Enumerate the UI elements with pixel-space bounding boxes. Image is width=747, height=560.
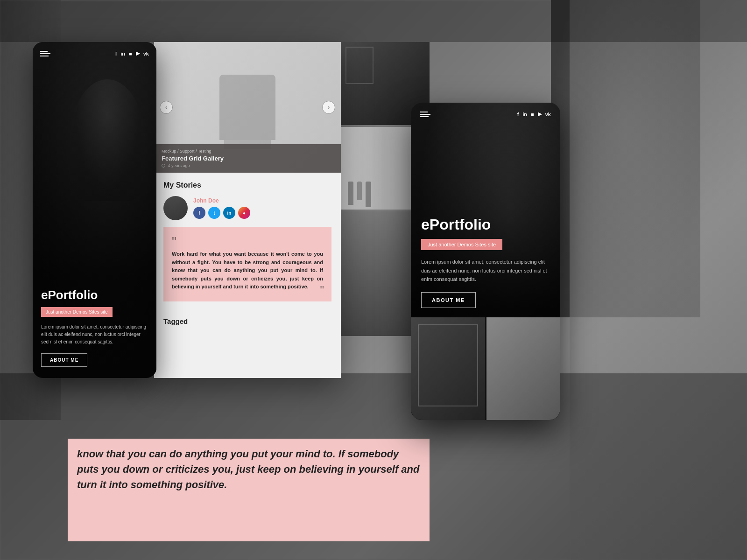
gallery-cell-1 <box>411 317 485 420</box>
author-name: John Doe <box>193 197 250 204</box>
instagram-icon-r[interactable]: ■ <box>531 112 534 117</box>
slider-area: ‹ › Mockup / Support / Testing Featured … <box>154 42 341 173</box>
youtube-icon[interactable]: ▶ <box>136 50 140 56</box>
phone-right-content: ePortfolio Just another Demos Sites site… <box>411 205 560 420</box>
hamburger-r-line-3 <box>420 116 429 117</box>
linkedin-circle[interactable]: in <box>223 207 235 219</box>
phone-left-content: ePortfolio Just another Demos Sites site… <box>33 279 156 378</box>
quote-text: Work hard for what you want because it w… <box>172 250 323 291</box>
tagged-section: Tagged <box>154 310 341 330</box>
hamburger-r-line-2 <box>420 114 430 115</box>
social-circles: f t in ● <box>193 207 250 219</box>
slide-date-text: 4 years ago <box>168 163 190 168</box>
gallery-cell-2 <box>486 317 561 420</box>
vk-icon-r[interactable]: vk <box>545 112 551 117</box>
my-stories-title: My Stories <box>163 181 331 189</box>
slider-prev-button[interactable]: ‹ <box>160 101 173 114</box>
slider-navigation: ‹ › <box>154 101 341 114</box>
center-panel: ‹ › Mockup / Support / Testing Featured … <box>154 42 341 378</box>
social-icons-right: f in ■ ▶ vk <box>517 111 551 117</box>
quote-box: " Work hard for what you want because it… <box>163 227 331 301</box>
phone-left-header: f in ■ ▶ vk <box>33 50 156 56</box>
tagline-badge-left: Just another Demos Sites site <box>41 307 113 317</box>
facebook-circle[interactable]: f <box>193 207 205 219</box>
instagram-circle[interactable]: ● <box>238 207 250 219</box>
slide-categories: Mockup / Support / Testing <box>162 149 333 154</box>
center-content: My Stories John Doe f t in ● " Work hard… <box>154 173 341 310</box>
quote-mark-close: " <box>320 284 324 297</box>
tagged-title: Tagged <box>163 317 331 325</box>
lorem-text-left: Lorem ipsum dolor sit amet, consectetur … <box>41 323 148 346</box>
slide-date: 4 years ago <box>162 163 333 168</box>
bottom-quote-text: know that you can do anything you put yo… <box>77 446 420 492</box>
slide-title: Featured Grid Gallery <box>162 155 333 162</box>
phone-right-main-info: ePortfolio Just another Demos Sites site… <box>411 205 560 317</box>
hamburger-r-line-1 <box>420 112 428 112</box>
lorem-text-right: Lorem ipsum dolor sit amet, consectetur … <box>421 258 550 284</box>
hamburger-line-1 <box>40 51 48 52</box>
about-me-button-left[interactable]: ABOUT ME <box>41 353 87 367</box>
twitter-circle[interactable]: t <box>208 207 220 219</box>
hamburger-line-2 <box>40 53 50 54</box>
phone-left: f in ■ ▶ vk ePortfolio Just another Demo… <box>33 42 156 378</box>
author-row: John Doe f t in ● <box>163 196 331 220</box>
slider-next-button[interactable]: › <box>322 101 335 114</box>
author-info: John Doe f t in ● <box>193 197 250 219</box>
hamburger-icon[interactable] <box>40 51 50 56</box>
linkedin-icon[interactable]: in <box>120 51 125 56</box>
portfolio-title-left: ePortfolio <box>41 288 148 302</box>
phone-right-header: f in ■ ▶ vk <box>411 111 560 117</box>
bg-top-overlay <box>0 0 747 42</box>
bottom-quote-box: know that you can do anything you put yo… <box>68 439 430 541</box>
linkedin-icon-r[interactable]: in <box>522 112 527 117</box>
slide-caption: Mockup / Support / Testing Featured Grid… <box>154 144 341 173</box>
vk-icon[interactable]: vk <box>143 51 149 56</box>
social-icons-left: f in ■ ▶ vk <box>115 50 149 56</box>
hamburger-icon-right[interactable] <box>420 112 430 117</box>
phone-right: f in ■ ▶ vk ePortfolio Just another Demo… <box>411 103 560 420</box>
quote-mark-open: " <box>172 235 323 248</box>
author-avatar <box>163 196 188 220</box>
instagram-icon[interactable]: ■ <box>129 51 132 56</box>
hamburger-line-3 <box>40 56 49 56</box>
facebook-icon[interactable]: f <box>115 51 117 56</box>
about-me-button-right[interactable]: ABOUT ME <box>421 292 476 308</box>
portfolio-title-right: ePortfolio <box>421 216 550 233</box>
youtube-icon-r[interactable]: ▶ <box>538 111 542 117</box>
phone-bottom-gallery <box>411 317 560 420</box>
clock-icon <box>162 164 165 168</box>
facebook-icon-r[interactable]: f <box>517 112 519 117</box>
tagline-badge-right: Just another Demos Sites site <box>421 239 502 250</box>
